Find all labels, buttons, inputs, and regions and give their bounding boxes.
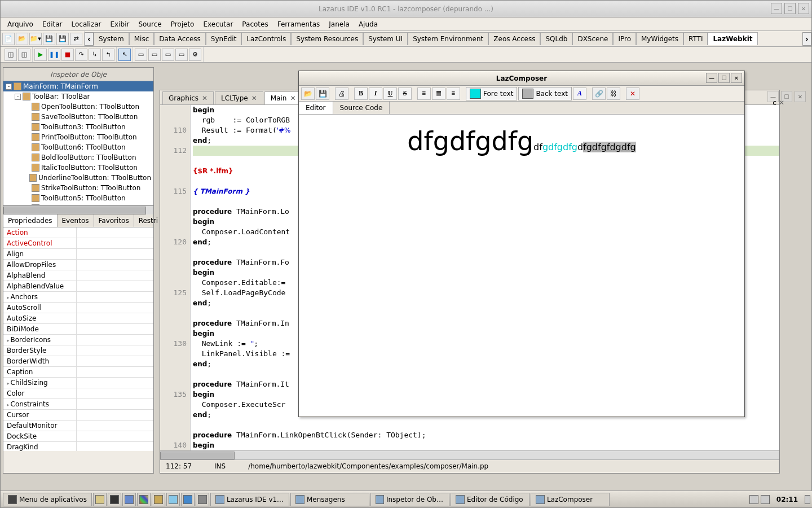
menu-exibir[interactable]: Exibir	[106, 19, 134, 30]
source-hscroll[interactable]	[160, 450, 779, 459]
palette-tab-system[interactable]: System	[94, 32, 129, 45]
menu-executar[interactable]: Executar	[198, 19, 237, 30]
inspector-tab-restri[interactable]: Restri	[134, 214, 163, 227]
underline-button[interactable]: U	[383, 87, 397, 100]
property-value[interactable]	[77, 260, 153, 270]
menu-source[interactable]: Source	[134, 19, 166, 30]
palette-component-1[interactable]: ▭	[135, 49, 147, 61]
align-right-button[interactable]: ≡	[447, 87, 460, 100]
property-row[interactable]: ChildSizing	[3, 378, 153, 388]
property-value[interactable]	[77, 303, 153, 313]
step-over-button[interactable]: ↷	[75, 49, 87, 61]
source-tab-graphics[interactable]: Graphics✕	[162, 91, 214, 104]
overflow-tab-close[interactable]: ✕	[779, 99, 784, 107]
tree-hscroll[interactable]	[3, 205, 153, 214]
inspector-tab-favoritos[interactable]: Favoritos	[94, 214, 134, 227]
palette-tab-sqldb[interactable]: SQLdb	[540, 32, 572, 45]
source-tab-close[interactable]: ✕	[290, 94, 295, 102]
inspector-tab-eventos[interactable]: Eventos	[58, 214, 94, 227]
tree-node[interactable]: ToolButton6: TToolButton	[3, 142, 153, 152]
tree-node[interactable]: -MainForm: TMainForm	[3, 81, 153, 91]
tree-node[interactable]: PrintToolButton: TToolButton	[3, 132, 153, 142]
property-row[interactable]: BorderStyle	[3, 345, 153, 356]
menu-ajuda[interactable]: Ajuda	[354, 19, 382, 30]
composer-tab-source-code[interactable]: Source Code	[333, 102, 390, 114]
palette-tab-system-ui[interactable]: System UI	[363, 32, 408, 45]
tree-node[interactable]: OpenToolButton: TToolButton	[3, 102, 153, 112]
menu-arquivo[interactable]: Arquivo	[3, 19, 38, 30]
menu-editar[interactable]: Editar	[38, 19, 67, 30]
property-row[interactable]: DragKind	[3, 442, 153, 451]
tree-node[interactable]: BoldToolButton: TToolButton	[3, 152, 153, 163]
palette-tab-dxscene[interactable]: DXScene	[572, 32, 613, 45]
property-value[interactable]	[77, 335, 153, 345]
palette-tab-mywidgets[interactable]: MyWidgets	[636, 32, 683, 45]
quicklaunch-2[interactable]	[108, 493, 121, 506]
palette-component-4[interactable]: ▭	[175, 49, 188, 61]
italic-button[interactable]: I	[369, 87, 382, 100]
align-left-button[interactable]: ≡	[417, 87, 431, 100]
src-close-button[interactable]: ✕	[795, 91, 806, 102]
source-tab-close[interactable]: ✕	[202, 94, 208, 102]
maximize-button[interactable]: ☐	[784, 3, 796, 14]
property-row[interactable]: Align	[3, 249, 153, 260]
start-menu-button[interactable]: Menu de aplicativos	[3, 493, 92, 506]
tree-node[interactable]: -ToolBar: TToolBar	[3, 91, 153, 102]
palette-tab-rtti[interactable]: RTTI	[683, 32, 708, 45]
property-value[interactable]	[77, 249, 153, 259]
palette-tab-lazcontrols[interactable]: LazControls	[241, 32, 291, 45]
property-value[interactable]	[77, 238, 153, 248]
property-grid[interactable]: ActionActiveControlAlignAllowDropFilesAl…	[3, 227, 153, 451]
property-value[interactable]	[77, 270, 153, 281]
tree-expander[interactable]: -	[6, 84, 12, 90]
property-value[interactable]	[77, 281, 153, 291]
strikethrough-button[interactable]: S	[398, 87, 412, 100]
palette-tab-data-access[interactable]: Data Access	[154, 32, 206, 45]
run-button[interactable]: ▶	[34, 49, 47, 61]
tree-node[interactable]: UnderlineToolButton: TToolButton	[3, 173, 153, 183]
property-row[interactable]: AllowDropFiles	[3, 260, 153, 270]
inspector-tab-propriedades[interactable]: Propriedades	[3, 214, 58, 227]
palette-component-5[interactable]: ⚙	[189, 49, 201, 61]
source-tab-lcltype[interactable]: LCLType✕	[215, 91, 263, 104]
save-all-button[interactable]: 💾	[56, 33, 69, 45]
pause-button[interactable]: ❚❚	[48, 49, 60, 61]
composer-print-button[interactable]: 🖨	[335, 87, 348, 100]
property-row[interactable]: Caption	[3, 367, 153, 378]
property-row[interactable]: Action	[3, 227, 153, 238]
align-center-button[interactable]: ≣	[432, 87, 445, 100]
composer-editor-content[interactable]: dfgdfgdfgdfgdfgdfgdfgdfgfdgdfg	[299, 115, 744, 416]
property-value[interactable]	[77, 410, 153, 420]
composer-titlebar[interactable]: LazComposer — ☐ ✕	[299, 71, 744, 86]
minimize-button[interactable]: —	[771, 3, 782, 14]
property-value[interactable]	[77, 367, 153, 377]
property-row[interactable]: AlphaBlendValue	[3, 281, 153, 292]
property-value[interactable]	[77, 324, 153, 334]
menu-ferramentas[interactable]: Ferramentas	[273, 19, 325, 30]
property-row[interactable]: Cursor	[3, 410, 153, 421]
selection-tool-button[interactable]: ↖	[118, 49, 131, 61]
composer-tab-editor[interactable]: Editor	[299, 102, 333, 114]
palette-component-3[interactable]: ▭	[162, 49, 174, 61]
open-recent-button[interactable]: 📁▾	[29, 33, 42, 45]
taskbar-item[interactable]: Lazarus IDE v1...	[210, 493, 289, 506]
composer-minimize-button[interactable]: —	[706, 73, 717, 83]
property-value[interactable]	[77, 431, 153, 441]
forecolor-button[interactable]: Fore text	[466, 87, 517, 100]
property-row[interactable]: DefaultMonitor	[3, 421, 153, 431]
property-row[interactable]: BorderWidth	[3, 356, 153, 367]
tray-icon-2[interactable]	[761, 495, 770, 504]
component-tree[interactable]: -MainForm: TMainForm-ToolBar: TToolBarOp…	[3, 81, 153, 205]
property-value[interactable]	[77, 227, 153, 238]
tree-node[interactable]: ToolButton3: TToolButton	[3, 122, 153, 132]
close-button[interactable]: ✕	[798, 3, 809, 14]
property-row[interactable]: BiDiMode	[3, 324, 153, 335]
toggle-form-unit-button[interactable]: ⇄	[70, 33, 82, 45]
property-value[interactable]	[77, 388, 153, 398]
bold-button[interactable]: B	[354, 87, 368, 100]
clear-button[interactable]: ✕	[626, 87, 639, 100]
palette-tab-zeos-access[interactable]: Zeos Access	[488, 32, 540, 45]
step-into-button[interactable]: ↳	[89, 49, 101, 61]
quicklaunch-6[interactable]	[166, 493, 180, 506]
property-row[interactable]: ActiveControl	[3, 238, 153, 249]
